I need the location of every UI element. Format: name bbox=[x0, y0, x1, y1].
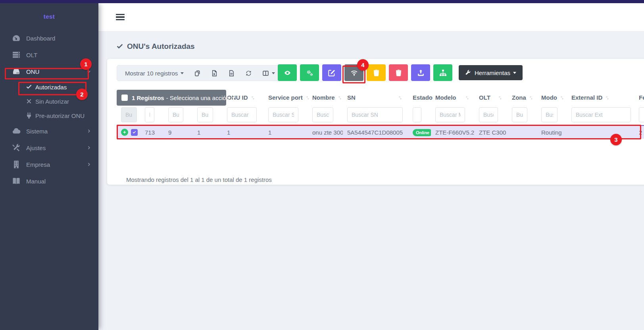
sort-icon bbox=[559, 95, 565, 100]
caret-down-icon bbox=[513, 72, 516, 74]
sidebar-item-empresa[interactable]: Empresa bbox=[0, 156, 98, 173]
wifi-icon bbox=[350, 69, 358, 77]
search-input[interactable] bbox=[541, 107, 557, 122]
search-input[interactable] bbox=[571, 107, 631, 122]
sidebar-item-ajustes[interactable]: Ajustes bbox=[0, 139, 98, 156]
chevron-right-icon bbox=[87, 145, 91, 150]
cell-olt: ZTE C300 bbox=[475, 125, 508, 139]
chevron-right-icon bbox=[87, 162, 91, 167]
search-input[interactable] bbox=[312, 107, 333, 122]
check-icon bbox=[132, 130, 136, 135]
sidebar-item-olt[interactable]: OLT bbox=[0, 46, 98, 63]
upload-button[interactable] bbox=[411, 64, 430, 81]
search-input[interactable] bbox=[512, 107, 527, 122]
sort-icon bbox=[305, 95, 310, 100]
sidebar-item-label: ONU bbox=[26, 68, 87, 75]
search-input[interactable] bbox=[639, 107, 644, 122]
sidebar-item-dashboard[interactable]: Dashboard bbox=[0, 30, 98, 46]
sidebar-item-onu[interactable]: ONU bbox=[0, 63, 98, 80]
copy-button[interactable] bbox=[189, 70, 206, 77]
cell-estado: Online bbox=[408, 125, 431, 139]
cell: 9 bbox=[164, 125, 193, 139]
column-header-modo[interactable]: Modo bbox=[537, 88, 567, 106]
soft-delete-button[interactable] bbox=[367, 64, 386, 81]
sidebar-item-label: Ajustes bbox=[26, 145, 87, 151]
sidebar-item-label: Sin Autorizar bbox=[35, 98, 91, 105]
search-input[interactable] bbox=[168, 107, 183, 122]
plug-icon bbox=[25, 112, 33, 119]
edit-icon bbox=[328, 69, 336, 77]
sidebar-item-label: OLT bbox=[26, 52, 91, 58]
cell-fecha: 2 bbox=[634, 125, 644, 139]
column-header-external-id[interactable]: External ID bbox=[567, 88, 634, 106]
cell-id: 713 bbox=[140, 125, 164, 139]
content-area: ONU's Autorizadas Mostrar 10 registros bbox=[98, 31, 644, 330]
search-input[interactable] bbox=[435, 107, 465, 122]
cell-zona bbox=[508, 125, 537, 139]
expand-row-button[interactable] bbox=[121, 129, 128, 136]
sidebar-item-label: Empresa bbox=[26, 161, 87, 168]
chevron-down-icon bbox=[87, 69, 91, 74]
search-input[interactable] bbox=[268, 107, 298, 122]
column-header-nombre[interactable]: Nombre bbox=[308, 88, 343, 106]
cell-external-id bbox=[567, 125, 634, 139]
view-button[interactable] bbox=[278, 64, 297, 81]
search-input[interactable] bbox=[197, 107, 213, 122]
sort-icon bbox=[465, 95, 470, 100]
column-header-zona[interactable]: Zona bbox=[508, 88, 537, 106]
sidebar-item-sin-autorizar[interactable]: Sin Autorizar bbox=[0, 94, 98, 108]
app-logo[interactable]: test bbox=[0, 3, 98, 29]
search-input[interactable] bbox=[227, 107, 257, 122]
sidebar-item-autorizadas[interactable]: Autorizadas bbox=[0, 80, 98, 94]
file-excel-icon bbox=[211, 70, 218, 77]
show-records-dropdown[interactable]: Mostrar 10 registros bbox=[123, 70, 189, 77]
select-all-checkbox[interactable] bbox=[121, 95, 128, 101]
tools-icon bbox=[12, 145, 21, 151]
check-icon bbox=[25, 84, 33, 90]
sidebar-item-sistema[interactable]: Sistema bbox=[0, 123, 98, 139]
trash-icon bbox=[395, 69, 402, 77]
bulk-actions-dropdown[interactable]: 1 Registros - Selecciona una acción bbox=[117, 90, 226, 106]
column-header-olt[interactable]: OLT bbox=[475, 88, 508, 106]
cell-modo: Routing bbox=[537, 125, 567, 139]
onu-device-icon bbox=[12, 68, 21, 75]
cell-service-port: 1 bbox=[264, 125, 308, 139]
sidebar-item-manual[interactable]: Manual bbox=[0, 173, 98, 189]
columns-visibility-dropdown[interactable] bbox=[257, 70, 280, 77]
sort-icon bbox=[337, 95, 342, 100]
sidebar-item-label: Manual bbox=[26, 178, 91, 185]
herramientas-dropdown[interactable]: Herramientas bbox=[459, 65, 523, 80]
export-excel-button[interactable] bbox=[206, 70, 223, 77]
row-checkbox[interactable] bbox=[131, 129, 138, 136]
column-header-modelo[interactable]: Modelo bbox=[431, 88, 475, 106]
table-row[interactable]: 713 9 1 1 1 onu zte 300 5A544547C1D08005… bbox=[117, 125, 644, 139]
dashboard-icon bbox=[12, 35, 21, 41]
gears-icon bbox=[306, 69, 313, 77]
wifi-button[interactable] bbox=[344, 64, 363, 81]
column-header-sn[interactable]: SN bbox=[343, 88, 408, 106]
caret-down-icon bbox=[232, 97, 235, 99]
table-toolbar-group: Mostrar 10 registros bbox=[117, 65, 286, 81]
sort-icon bbox=[605, 95, 610, 100]
column-header-estado[interactable]: Estado bbox=[408, 88, 431, 106]
network-map-button[interactable] bbox=[433, 64, 452, 81]
search-input[interactable] bbox=[479, 107, 498, 122]
sitemap-icon bbox=[439, 69, 447, 77]
search-input[interactable] bbox=[413, 107, 421, 122]
search-input[interactable] bbox=[347, 107, 403, 122]
refresh-button[interactable] bbox=[240, 70, 257, 77]
delete-button[interactable] bbox=[389, 64, 408, 81]
main-area: ONU's Autorizadas Mostrar 10 registros bbox=[98, 3, 644, 330]
export-file-button[interactable] bbox=[223, 70, 240, 77]
eye-icon bbox=[284, 69, 291, 77]
sidebar-item-pre-autorizar[interactable]: Pre-autorizar ONU bbox=[0, 108, 98, 123]
column-header-service-port[interactable]: Service port bbox=[264, 88, 308, 106]
edit-button[interactable] bbox=[322, 64, 341, 81]
cell-sn: 5A544547C1D08005 bbox=[343, 125, 408, 139]
top-accent-bar bbox=[0, 0, 644, 3]
services-button[interactable] bbox=[300, 64, 319, 81]
sidebar-item-label: Pre-autorizar ONU bbox=[35, 112, 91, 119]
column-header-fecha[interactable]: Fe bbox=[634, 88, 644, 106]
menu-toggle-icon[interactable] bbox=[116, 12, 125, 21]
search-input[interactable] bbox=[145, 107, 154, 122]
